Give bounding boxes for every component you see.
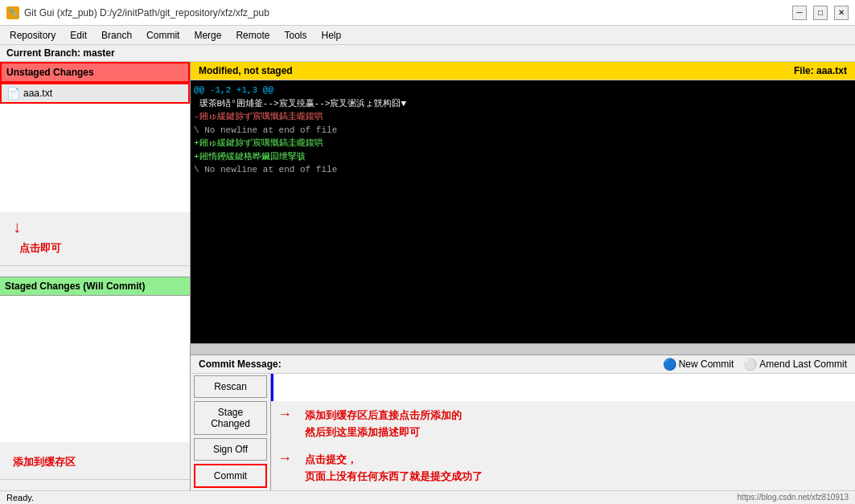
titlebar-title: Git Gui (xfz_pub) D:/y2/initPath/git_rep… <box>24 7 269 18</box>
unstaged-section: Unstaged Changes 📄 aaa.txt ↓ 点击即可 <box>0 62 190 277</box>
diff-line-4: +鎺ゅ緩鍵旀ず宸噧慨鎬圭矓鍑哄 <box>194 137 852 150</box>
commit-message-label: Commit Message: <box>199 359 282 370</box>
new-commit-radio[interactable]: 🔵 <box>663 358 676 371</box>
unstaged-file-list[interactable]: 📄 aaa.txt <box>0 83 190 212</box>
status-text: Ready. <box>6 493 34 502</box>
unstaged-file-item[interactable]: 📄 aaa.txt <box>0 83 190 104</box>
new-commit-option[interactable]: 🔵 New Commit <box>663 358 734 371</box>
amend-commit-radio[interactable]: ⚪ <box>743 358 757 371</box>
amend-commit-label: Amend Last Commit <box>759 359 847 370</box>
staged-file-list[interactable] <box>0 296 190 443</box>
diff-line-6: \ No newline at end of file <box>194 163 852 177</box>
arrow-stage-icon: → <box>277 406 292 423</box>
unstaged-header: Unstaged Changes <box>0 62 190 83</box>
titlebar-controls: ─ □ ✕ <box>792 6 849 20</box>
unstaged-hscroll[interactable] <box>0 265 190 277</box>
annotation-add: 添加到缓存区 <box>6 449 183 476</box>
diff-line-2: -鎺ゅ緩鍵旀ず宸噧慨鎬圭矓鍑哄 <box>194 110 852 124</box>
menu-help[interactable]: Help <box>314 28 347 43</box>
diff-line-3: \ No newline at end of file <box>194 124 852 137</box>
annotation-stage-text: 添加到缓存区后直接点击所添加的 然后到这里添加描述即可 <box>298 404 468 445</box>
commit-message-input[interactable] <box>271 374 855 401</box>
commit-radio-group: 🔵 New Commit ⚪ Amend Last Commit <box>663 358 847 371</box>
annotation-click-container: ↓ 点击即可 <box>0 212 190 265</box>
annotation-commit-text: 点击提交， 页面上没有任何东西了就是提交成功了 <box>298 449 489 489</box>
arrow-commit-icon: → <box>277 450 292 467</box>
minimize-button[interactable]: ─ <box>792 6 807 20</box>
right-panel: Modified, not staged File: aaa.txt @@ -1… <box>191 62 855 490</box>
titlebar: 🔧 Git Gui (xfz_pub) D:/y2/initPath/git_r… <box>0 0 855 26</box>
diff-area[interactable]: @@ -1,2 +1,3 @@ 瑗茶В铻°囲烳釜-->宸叉殑赢-->宸叉弻浜ょ皝… <box>191 80 855 343</box>
commit-bottom: Rescan Stage Changed Sign Off Commit Pus… <box>191 374 855 490</box>
stage-changed-button[interactable]: Stage Changed <box>194 401 267 435</box>
diff-line-1: 瑗茶В铻°囲烳釜-->宸叉殑赢-->宸叉弻浜ょ皝构囧▼ <box>194 97 852 111</box>
diff-hscroll[interactable] <box>191 343 855 354</box>
menu-remote[interactable]: Remote <box>229 28 276 43</box>
commit-buttons: Rescan Stage Changed Sign Off Commit Pus… <box>191 374 271 490</box>
statusbar: Ready. https://blog.csdn.net/xfz810913 <box>0 490 855 504</box>
staged-hscroll[interactable] <box>0 479 190 490</box>
close-button[interactable]: ✕ <box>834 6 849 20</box>
menu-merge[interactable]: Merge <box>187 28 228 43</box>
maximize-button[interactable]: □ <box>813 6 828 20</box>
diff-header: Modified, not staged File: aaa.txt <box>191 62 855 80</box>
branch-bar: Current Branch: master <box>0 45 855 62</box>
diff-line-0: @@ -1,2 +1,3 @@ <box>194 84 852 97</box>
left-panel: Unstaged Changes 📄 aaa.txt ↓ 点击即可 Staged… <box>0 62 191 490</box>
commit-area: Commit Message: 🔵 New Commit ⚪ Amend Las… <box>191 354 855 490</box>
app-icon: 🔧 <box>6 6 19 19</box>
menu-commit[interactable]: Commit <box>140 28 186 43</box>
menu-branch[interactable]: Branch <box>95 28 138 43</box>
staged-section: Staged Changes (Will Commit) 添加到缓存区 <box>0 277 190 491</box>
diff-filename: File: aaa.txt <box>794 65 847 76</box>
rescan-button[interactable]: Rescan <box>194 375 267 398</box>
menu-tools[interactable]: Tools <box>277 28 313 43</box>
arrow-down-icon: ↓ <box>13 219 183 235</box>
menu-repository[interactable]: Repository <box>3 28 62 43</box>
menu-edit[interactable]: Edit <box>64 28 93 43</box>
menubar: Repository Edit Branch Commit Merge Remo… <box>0 26 855 45</box>
titlebar-left: 🔧 Git Gui (xfz_pub) D:/y2/initPath/git_r… <box>6 6 269 19</box>
main-content: Unstaged Changes 📄 aaa.txt ↓ 点击即可 Staged… <box>0 62 855 490</box>
commit-button[interactable]: Commit <box>194 464 267 488</box>
commit-annotations-2: → 点击提交， 页面上没有任何东西了就是提交成功了 <box>271 447 855 490</box>
diff-line-5: +鎺惰鑸緩鍵格晔鑶囩绁掔骇 <box>194 150 852 164</box>
sign-off-button[interactable]: Sign Off <box>194 438 267 461</box>
commit-textarea-area: → 添加到缓存区后直接点击所添加的 然后到这里添加描述即可 → 点击提交， 页面… <box>271 374 855 490</box>
amend-commit-option[interactable]: ⚪ Amend Last Commit <box>743 358 847 371</box>
current-branch-label: Current Branch: master <box>6 47 115 59</box>
staged-annotation-container: 添加到缓存区 <box>0 442 190 479</box>
new-commit-label: New Commit <box>679 359 734 370</box>
annotation-click: 点击即可 <box>13 235 183 262</box>
file-icon: 📄 <box>6 87 20 100</box>
unstaged-filename: aaa.txt <box>23 88 52 99</box>
staged-header: Staged Changes (Will Commit) <box>0 277 190 296</box>
commit-annotations: → 添加到缓存区后直接点击所添加的 然后到这里添加描述即可 <box>271 401 855 448</box>
diff-status: Modified, not staged <box>199 65 293 76</box>
statusbar-url: https://blog.csdn.net/xfz810913 <box>738 493 849 502</box>
commit-message-header: Commit Message: 🔵 New Commit ⚪ Amend Las… <box>191 355 855 374</box>
